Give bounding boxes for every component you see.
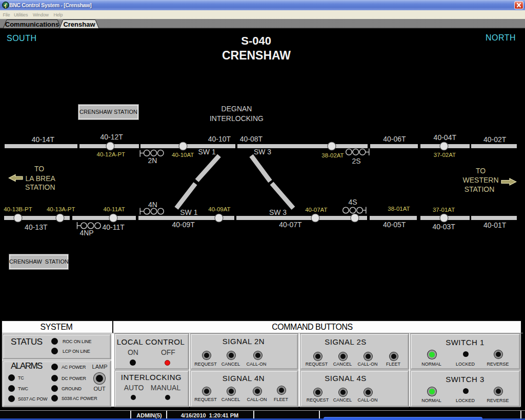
svg-text:2N: 2N bbox=[148, 156, 157, 165]
svg-text:SW 1: SW 1 bbox=[198, 148, 215, 156]
svg-text:STATION: STATION bbox=[465, 185, 495, 193]
svg-text:2S: 2S bbox=[352, 157, 360, 165]
svg-text:4N: 4N bbox=[148, 201, 157, 209]
svg-text:4NP: 4NP bbox=[79, 229, 93, 237]
svg-text:Crenshaw: Crenshaw bbox=[63, 21, 95, 28]
svg-text:40-07T: 40-07T bbox=[279, 221, 302, 229]
svg-text:DEGNAN: DEGNAN bbox=[221, 105, 252, 113]
svg-text:4S: 4S bbox=[348, 198, 357, 206]
svg-text:40-11AT: 40-11AT bbox=[103, 206, 125, 212]
svg-text:SOUTH: SOUTH bbox=[7, 34, 37, 43]
svg-text:40-13A-PT: 40-13A-PT bbox=[47, 206, 75, 212]
svg-text:CRENSHAW: CRENSHAW bbox=[222, 49, 291, 62]
svg-text:40-03T: 40-03T bbox=[432, 223, 455, 231]
svg-text:40-11T: 40-11T bbox=[103, 223, 125, 231]
svg-text:LA BREA: LA BREA bbox=[26, 174, 56, 183]
svg-text:40-04T: 40-04T bbox=[434, 133, 457, 142]
svg-text:40-13T: 40-13T bbox=[25, 223, 48, 231]
svg-text:40-09T: 40-09T bbox=[172, 221, 195, 229]
svg-text:37-01AT: 37-01AT bbox=[433, 207, 455, 213]
svg-text:40-01T: 40-01T bbox=[483, 221, 507, 229]
svg-text:TO: TO bbox=[34, 165, 44, 173]
svg-text:Communications: Communications bbox=[5, 21, 59, 28]
svg-text:38-02AT: 38-02AT bbox=[321, 152, 344, 158]
svg-text:SW 1: SW 1 bbox=[180, 208, 197, 216]
svg-text:STATION: STATION bbox=[25, 183, 55, 191]
svg-text:40-02T: 40-02T bbox=[483, 135, 507, 144]
svg-text:TO: TO bbox=[476, 167, 486, 175]
svg-text:40-08T: 40-08T bbox=[240, 135, 263, 143]
svg-text:40-10AT: 40-10AT bbox=[172, 152, 194, 158]
svg-text:40-07AT: 40-07AT bbox=[305, 207, 327, 213]
svg-text:40-06T: 40-06T bbox=[383, 135, 406, 143]
svg-text:NORTH: NORTH bbox=[486, 33, 516, 42]
svg-text:37-02AT: 37-02AT bbox=[434, 152, 456, 158]
svg-text:40-14T: 40-14T bbox=[32, 135, 55, 144]
svg-text:40-12A-PT: 40-12A-PT bbox=[96, 151, 125, 157]
svg-text:40-10T: 40-10T bbox=[208, 135, 231, 143]
svg-text:INTERLOCKING: INTERLOCKING bbox=[210, 114, 264, 123]
svg-text:40-12T: 40-12T bbox=[100, 133, 124, 141]
svg-text:40-05T: 40-05T bbox=[383, 221, 406, 229]
svg-text:40-09AT: 40-09AT bbox=[208, 206, 230, 212]
svg-text:SW 3: SW 3 bbox=[269, 208, 287, 216]
svg-text:SW 3: SW 3 bbox=[254, 148, 271, 156]
svg-text:40-13B-PT: 40-13B-PT bbox=[4, 206, 32, 212]
svg-text:S-040: S-040 bbox=[241, 34, 271, 47]
svg-text:WESTERN: WESTERN bbox=[463, 176, 499, 184]
svg-text:38-01AT: 38-01AT bbox=[388, 206, 410, 212]
